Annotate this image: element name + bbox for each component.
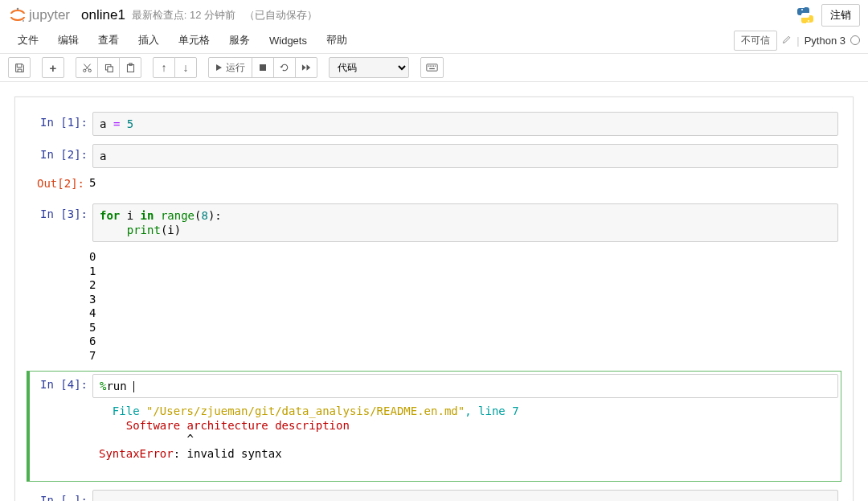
input-prompt: In [4]: bbox=[30, 374, 92, 478]
logo-text: jupyter bbox=[29, 7, 70, 23]
paste-button[interactable] bbox=[119, 57, 141, 78]
header: jupyter online1 最新检查点: 12 分钟前 （已自动保存） 注销 bbox=[0, 0, 868, 27]
pencil-icon[interactable] bbox=[782, 35, 792, 47]
kernel-idle-icon bbox=[850, 35, 860, 45]
menu-cell[interactable]: 单元格 bbox=[169, 28, 219, 52]
svg-rect-17 bbox=[430, 68, 436, 69]
checkpoint-status: 最新检查点: 12 分钟前 （已自动保存） bbox=[132, 8, 317, 23]
code-input[interactable]: for i in range(8): print(i) bbox=[92, 203, 838, 242]
code-cell[interactable]: In [1]: a = 5 bbox=[27, 109, 841, 139]
notebook-name[interactable]: online1 bbox=[81, 7, 125, 23]
menu-view[interactable]: 查看 bbox=[88, 28, 129, 52]
code-input[interactable]: a = 5 bbox=[92, 112, 838, 136]
menu-edit[interactable]: 编辑 bbox=[48, 28, 88, 52]
notebook: In [1]: a = 5 In [2]: a Out[2]: 5 In [3]… bbox=[14, 97, 854, 501]
output-row: 0 1 2 3 4 5 6 7 bbox=[27, 247, 841, 366]
logout-button[interactable]: 注销 bbox=[821, 4, 860, 27]
menubar-right: 不可信 | Python 3 bbox=[734, 31, 860, 51]
input-prompt: In [3]: bbox=[30, 203, 92, 242]
output-prompt: Out[2]: bbox=[27, 173, 89, 194]
svg-point-1 bbox=[23, 20, 24, 22]
restart-run-all-button[interactable] bbox=[295, 57, 317, 78]
code-input[interactable]: a bbox=[92, 144, 838, 168]
error-output: File "/Users/zjueman/git/data_analysis/R… bbox=[92, 398, 838, 478]
menu-kernel[interactable]: 服务 bbox=[219, 28, 260, 52]
add-cell-button[interactable]: + bbox=[42, 57, 64, 78]
jupyter-logo[interactable]: jupyter bbox=[8, 6, 70, 25]
jupyter-icon bbox=[8, 6, 27, 25]
kernel-name[interactable]: Python 3 bbox=[805, 35, 845, 47]
cell-type-select[interactable]: 代码 bbox=[329, 57, 409, 78]
svg-rect-16 bbox=[435, 66, 436, 67]
save-button[interactable] bbox=[8, 57, 31, 78]
cut-button[interactable] bbox=[76, 57, 98, 78]
code-cell[interactable]: In [2]: a bbox=[27, 141, 841, 171]
svg-rect-14 bbox=[432, 66, 432, 67]
svg-rect-8 bbox=[127, 64, 133, 72]
python-icon bbox=[796, 6, 815, 25]
run-button[interactable]: 运行 bbox=[208, 57, 252, 78]
toolbar: + ↑ ↓ 运行 代码 bbox=[0, 54, 868, 82]
code-input[interactable]: %run bbox=[92, 374, 838, 398]
code-cell-selected[interactable]: In [4]: %run File "/Users/zjueman/git/da… bbox=[27, 371, 841, 482]
svg-rect-13 bbox=[430, 66, 431, 67]
svg-rect-11 bbox=[427, 64, 437, 71]
header-right: 注销 bbox=[796, 4, 860, 27]
stop-button[interactable] bbox=[252, 57, 274, 78]
svg-point-3 bbox=[808, 20, 809, 22]
copy-button[interactable] bbox=[97, 57, 120, 78]
code-input[interactable] bbox=[92, 490, 838, 501]
menu-insert[interactable]: 插入 bbox=[129, 28, 169, 52]
restart-button[interactable] bbox=[273, 57, 296, 78]
command-palette-button[interactable] bbox=[420, 57, 444, 78]
output-row: Out[2]: 5 bbox=[27, 173, 841, 194]
move-up-button[interactable]: ↑ bbox=[153, 57, 175, 78]
menu-file[interactable]: 文件 bbox=[8, 28, 48, 52]
menu-help[interactable]: 帮助 bbox=[317, 28, 357, 52]
svg-rect-7 bbox=[107, 66, 113, 72]
output-text: 5 bbox=[89, 173, 102, 194]
input-prompt: In [ ]: bbox=[30, 490, 92, 501]
menubar: 文件 编辑 查看 插入 单元格 服务 Widgets 帮助 不可信 | Pyth… bbox=[8, 27, 860, 53]
svg-rect-12 bbox=[428, 66, 429, 67]
code-cell[interactable]: In [3]: for i in range(8): print(i) bbox=[27, 200, 841, 245]
input-prompt: In [2]: bbox=[30, 144, 92, 168]
code-cell[interactable]: In [ ]: bbox=[27, 487, 841, 501]
output-prompt-empty bbox=[27, 247, 89, 366]
menubar-container: 文件 编辑 查看 插入 单元格 服务 Widgets 帮助 不可信 | Pyth… bbox=[0, 27, 868, 54]
svg-point-2 bbox=[801, 9, 803, 10]
notebook-container: In [1]: a = 5 In [2]: a Out[2]: 5 In [3]… bbox=[0, 82, 868, 501]
menu-widgets[interactable]: Widgets bbox=[260, 30, 317, 51]
svg-rect-10 bbox=[260, 64, 266, 71]
output-text: 0 1 2 3 4 5 6 7 bbox=[89, 247, 102, 366]
move-down-button[interactable]: ↓ bbox=[174, 57, 197, 78]
input-prompt: In [1]: bbox=[30, 112, 92, 136]
svg-rect-15 bbox=[433, 66, 434, 67]
trusted-indicator[interactable]: 不可信 bbox=[734, 31, 777, 51]
